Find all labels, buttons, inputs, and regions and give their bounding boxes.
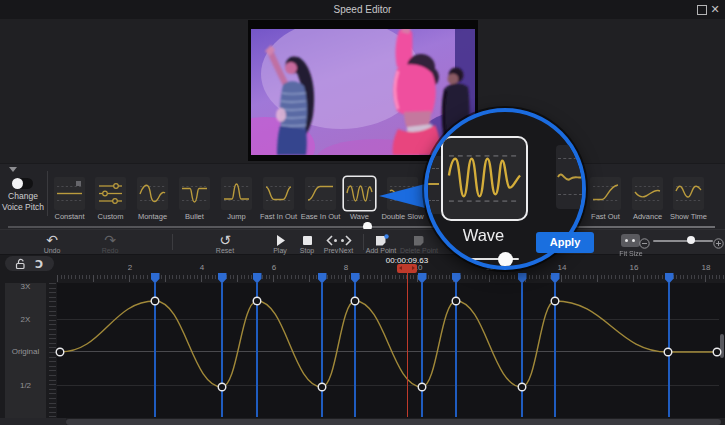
- delete-point-icon: [397, 233, 441, 246]
- preset-label: Fast Out: [582, 212, 630, 221]
- preset-label: Bullet: [171, 212, 219, 221]
- fit-size-icon[interactable]: [621, 234, 640, 247]
- preset-fast-in-out[interactable]: [263, 177, 294, 210]
- callout-pointer: [379, 184, 425, 208]
- preset-label: Wave: [336, 212, 384, 221]
- title-bar: Speed Editor ✕: [0, 0, 725, 19]
- reset-icon: ↺: [203, 233, 247, 246]
- reset-button[interactable]: ↺ Reset: [203, 232, 247, 254]
- timeline-ruler[interactable]: C 24681012141618 00:00:09.63: [0, 255, 725, 283]
- magnified-scrollbar-handle: [498, 252, 513, 267]
- zoom-in-icon[interactable]: [713, 235, 724, 253]
- magnified-wave-thumbnail: [441, 136, 528, 221]
- zoom-slider-handle[interactable]: [687, 236, 695, 244]
- preset-label: Montage: [129, 212, 177, 221]
- preset-scrollbar[interactable]: [8, 226, 715, 228]
- preview-stage: [0, 19, 725, 163]
- preset-label: Jump: [213, 212, 261, 221]
- keyframe-marker[interactable]: [518, 273, 527, 284]
- preset-bullet[interactable]: [179, 177, 210, 210]
- playhead-timestamp: 00:00:09.63: [377, 256, 437, 265]
- maximize-icon[interactable]: [697, 5, 707, 15]
- redo-icon: ↷: [88, 233, 132, 246]
- keyframe-marker[interactable]: [551, 273, 560, 284]
- keyframe-marker[interactable]: [351, 273, 360, 284]
- magnified-preset-label: Wave: [439, 226, 528, 245]
- keyframe-marker[interactable]: [452, 273, 461, 284]
- window-title: Speed Editor: [0, 0, 725, 19]
- speed-curve[interactable]: [0, 283, 725, 418]
- speed-editor-window: Speed Editor ✕: [0, 0, 725, 425]
- next-button[interactable]: Next: [331, 232, 361, 254]
- video-preview: [251, 29, 475, 155]
- preset-wave[interactable]: [344, 177, 375, 210]
- keyframe-marker[interactable]: [665, 273, 674, 284]
- preset-constant[interactable]: [54, 177, 85, 210]
- speed-curve-graph[interactable]: 3X2XOriginal1/2: [0, 283, 725, 418]
- undo-button[interactable]: ↶ Undo: [30, 232, 74, 254]
- undo-icon: ↶: [30, 233, 74, 246]
- preset-show-time[interactable]: [673, 177, 704, 210]
- keyframe-marker[interactable]: [418, 273, 427, 284]
- next-icon: [331, 233, 361, 246]
- preset-panel: Change Voice Pitch ConstantCustomMontage…: [0, 163, 725, 229]
- magnified-neighbor-left: [426, 156, 441, 214]
- keyframe-marker[interactable]: [318, 273, 327, 284]
- close-icon[interactable]: ✕: [708, 2, 722, 16]
- apply-button[interactable]: Apply: [536, 232, 594, 253]
- preset-fast-out[interactable]: [590, 177, 621, 210]
- scrollbar-corner: [0, 418, 66, 425]
- preset-label: Show Time: [665, 212, 713, 221]
- keyframe-marker[interactable]: [253, 273, 262, 284]
- graph-horizontal-scrollbar[interactable]: [66, 419, 721, 425]
- preset-ease-in-out[interactable]: [305, 177, 336, 210]
- preset-montage[interactable]: [137, 177, 168, 210]
- zoom-slider[interactable]: [653, 240, 713, 242]
- playhead-handle[interactable]: [397, 264, 417, 273]
- preset-custom[interactable]: [95, 177, 126, 210]
- preset-label: Fast In Out: [255, 212, 303, 221]
- playhead-line[interactable]: [407, 272, 409, 417]
- keyframe-marker[interactable]: [151, 273, 160, 284]
- keyframe-marker[interactable]: [218, 273, 227, 284]
- preset-label: Custom: [87, 212, 135, 221]
- preset-strip: ConstantCustomMontageBulletJumpFast In O…: [0, 164, 725, 229]
- delete-point-button[interactable]: Delete Point: [397, 232, 441, 254]
- preset-jump[interactable]: [221, 177, 252, 210]
- fit-size-label: Fit Size: [609, 250, 653, 257]
- preset-advance[interactable]: [632, 177, 663, 210]
- redo-button[interactable]: ↷ Redo: [88, 232, 132, 254]
- preset-label: Double Slow: [379, 212, 427, 221]
